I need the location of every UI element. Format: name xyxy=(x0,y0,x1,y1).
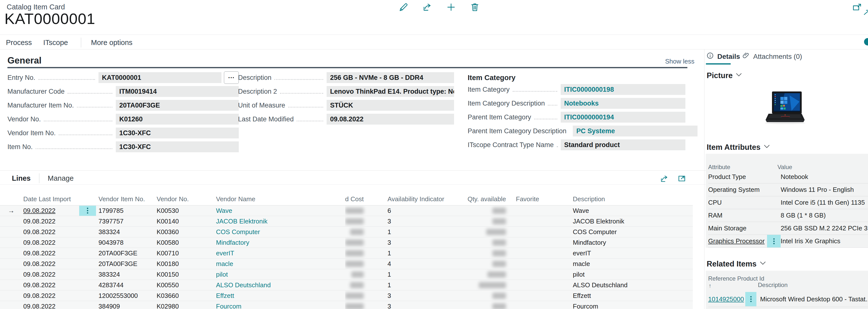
cell-favorite[interactable] xyxy=(516,301,573,309)
related-item-description[interactable]: Microsoft Wired Desktop 600 - Tastat... xyxy=(760,296,868,303)
cell-availability-indicator[interactable]: 3 xyxy=(385,237,466,248)
cell-qty-available[interactable] xyxy=(466,269,516,280)
field-value-unit-of-measure[interactable]: STÜCK xyxy=(327,100,454,111)
show-less-link[interactable]: Show less xyxy=(665,58,694,65)
attribute-name-main-storage[interactable]: Main Storage xyxy=(708,222,767,235)
cell-vendor-no[interactable]: K00180 xyxy=(155,259,214,269)
cell-negotiated-cost[interactable] xyxy=(345,248,385,258)
cell-description[interactable]: JACOB Elektronik xyxy=(573,216,693,227)
field-value-entry-no[interactable]: KAT0000001 xyxy=(98,72,221,83)
cell-description[interactable]: pilot xyxy=(573,269,693,280)
cell-negotiated-cost[interactable] xyxy=(345,290,385,301)
table-row[interactable]: 09.08.202220TA00F3GEK00710everIT1everIT xyxy=(0,248,693,259)
cell-availability-indicator[interactable]: 1 xyxy=(385,269,466,280)
related-items-section-heading[interactable]: Related Items xyxy=(707,260,766,269)
column-header-availability-indicator[interactable]: Availability Indicator xyxy=(385,193,466,205)
row-menu-button[interactable] xyxy=(79,206,96,216)
column-header-vendor-name[interactable]: Vendor Name xyxy=(214,193,345,205)
cell-favorite[interactable] xyxy=(516,248,573,258)
lines-manage-menu[interactable]: Manage xyxy=(48,174,74,182)
cell-availability-indicator[interactable]: 1 xyxy=(385,227,466,237)
cell-description[interactable]: macle xyxy=(573,259,693,269)
cell-vendor-item-no[interactable]: 384909 xyxy=(96,301,155,309)
cell-negotiated-cost[interactable] xyxy=(345,227,385,237)
cell-qty-available[interactable] xyxy=(466,237,516,248)
cell-vendor-item-no[interactable]: 20TA00F3GE xyxy=(96,248,155,258)
lines-share-button[interactable] xyxy=(659,174,670,185)
field-value-item-category[interactable]: ITIC0000000198 xyxy=(561,84,685,95)
cell-favorite[interactable] xyxy=(516,280,573,290)
cell-description[interactable]: Mindfactory xyxy=(573,237,693,248)
assist-edit-button[interactable]: ··· xyxy=(224,71,239,84)
cell-vendor-item-no[interactable]: 20TA00F3GE xyxy=(96,259,155,269)
vendor-name-link[interactable]: pilot xyxy=(214,269,345,280)
cell-date-last-import[interactable]: 09.08.2022 xyxy=(22,227,79,237)
cell-date-last-import[interactable]: 09.08.2022 xyxy=(22,269,79,280)
attribute-name-ram[interactable]: RAM xyxy=(708,209,767,222)
cell-negotiated-cost[interactable] xyxy=(345,237,385,248)
attribute-value-ram[interactable]: 8 GB (1 * 8 GB) xyxy=(781,209,868,222)
cell-negotiated-cost[interactable] xyxy=(345,280,385,290)
vendor-name-link[interactable]: everIT xyxy=(214,248,345,258)
item-attributes-section-heading[interactable]: Item Attributes xyxy=(707,143,770,152)
cell-availability-indicator[interactable]: 1 xyxy=(385,248,466,258)
cell-date-last-import[interactable]: 09.08.2022 xyxy=(22,205,79,216)
column-header-vendor-item-no[interactable]: Vendor Item No. xyxy=(96,193,155,205)
attribute-value-cpu[interactable]: Intel Core i5 (11 th Gen) 1135 xyxy=(781,196,868,209)
cell-date-last-import[interactable]: 09.08.2022 xyxy=(22,259,79,269)
cell-favorite[interactable] xyxy=(516,269,573,280)
cell-vendor-no[interactable]: K00140 xyxy=(155,216,214,227)
table-row[interactable]: 09.08.2022383324K00360COS Computer1COS C… xyxy=(0,227,693,237)
column-header-favorite[interactable]: Favorite xyxy=(516,193,573,205)
related-item-row[interactable]: 1014925000Microsoft Wired Desktop 600 - … xyxy=(708,291,868,307)
description-column-header[interactable]: Description xyxy=(758,281,787,288)
field-value-last-date-modified[interactable]: 09.08.2022 xyxy=(327,114,454,125)
delete-button[interactable] xyxy=(469,2,480,13)
cell-vendor-item-no[interactable]: 4283744 xyxy=(96,280,155,290)
cell-description[interactable]: everIT xyxy=(573,248,693,258)
value-column-header[interactable]: Value xyxy=(777,164,792,171)
vendor-name-link[interactable]: JACOB Elektronik xyxy=(214,216,345,227)
lines-tab[interactable]: Lines xyxy=(12,174,31,182)
attribute-name-cpu[interactable]: CPU xyxy=(708,196,767,209)
table-row[interactable]: 09.08.202220TA00F3GEK00180macle4macle xyxy=(0,259,693,269)
cell-description[interactable]: ALSO Deutschland xyxy=(573,280,693,290)
attribute-row[interactable]: CPUIntel Core i5 (11 th Gen) 1135 xyxy=(708,196,868,209)
cell-negotiated-cost[interactable] xyxy=(345,301,385,309)
open-in-new-window-button[interactable] xyxy=(851,2,863,14)
edit-button[interactable] xyxy=(398,2,409,13)
edge-partial-button[interactable] xyxy=(864,38,868,45)
cell-vendor-no[interactable]: K03660 xyxy=(155,290,214,301)
cell-favorite[interactable] xyxy=(516,290,573,301)
attribute-value-operating-system[interactable]: Windows 11 Pro - English xyxy=(781,183,868,196)
cell-vendor-no[interactable]: K00550 xyxy=(155,280,214,290)
cell-availability-indicator[interactable]: 3 xyxy=(385,301,466,309)
table-row[interactable]: 09.08.2022384909K02980Fourcom3Fourcom xyxy=(0,301,693,309)
column-header-negotiated-cost[interactable]: Negotiated Cost xyxy=(345,193,385,205)
attribute-row[interactable]: Operating SystemWindows 11 Pro - English xyxy=(708,183,868,196)
vendor-name-link[interactable]: Mindfactory xyxy=(214,237,345,248)
cell-description[interactable]: Wave xyxy=(573,205,693,216)
column-header-description[interactable]: Description xyxy=(573,193,693,205)
cell-date-last-import[interactable]: 09.08.2022 xyxy=(22,280,79,290)
cell-favorite[interactable] xyxy=(516,216,573,227)
reference-product-id-column-header[interactable]: Reference Product Id xyxy=(708,275,764,282)
field-value-parent-item-category-description[interactable]: PC Systeme xyxy=(573,126,698,136)
cell-availability-indicator[interactable]: 1 xyxy=(385,280,466,290)
cell-negotiated-cost[interactable] xyxy=(345,216,385,227)
attribute-name-product-type[interactable]: Product Type xyxy=(708,171,767,183)
cell-description[interactable]: Effzett xyxy=(573,290,693,301)
tab-attachments[interactable]: Attachments (0) xyxy=(742,52,802,61)
cell-favorite[interactable] xyxy=(516,227,573,237)
cell-vendor-item-no[interactable]: 9043978 xyxy=(96,237,155,248)
attribute-name-operating-system[interactable]: Operating System xyxy=(708,183,767,196)
cell-date-last-import[interactable]: 09.08.2022 xyxy=(22,216,79,227)
vendor-name-link[interactable]: COS Computer xyxy=(214,227,345,237)
cell-negotiated-cost[interactable] xyxy=(345,205,385,216)
cell-description[interactable]: Fourcom xyxy=(573,301,693,309)
cell-date-last-import[interactable]: 09.08.2022 xyxy=(22,290,79,301)
cell-qty-available[interactable] xyxy=(466,205,516,216)
cell-qty-available[interactable] xyxy=(466,216,516,227)
vendor-name-link[interactable]: Fourcom xyxy=(214,301,345,309)
cell-vendor-no[interactable]: K02980 xyxy=(155,301,214,309)
